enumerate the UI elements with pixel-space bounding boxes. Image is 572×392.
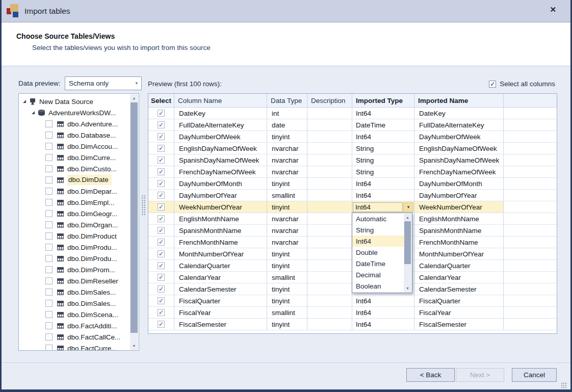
- splitter-handle[interactable]: [141, 195, 146, 216]
- tree-item-table[interactable]: ✓dbo.FactAdditi...: [19, 320, 139, 331]
- dropdown-option[interactable]: Int64: [352, 236, 404, 247]
- table-checkbox[interactable]: ✓: [45, 333, 53, 341]
- data-preview-combobox[interactable]: Schema only ▾: [65, 76, 142, 90]
- table-checkbox[interactable]: ✓: [45, 322, 53, 329]
- row-checkbox[interactable]: ✓: [158, 239, 165, 246]
- tree-item-label: New Data Source: [39, 98, 93, 106]
- tree-scrollbar-thumb[interactable]: [131, 102, 138, 333]
- row-checkbox[interactable]: ✓: [158, 297, 165, 304]
- dropdown-option[interactable]: String: [352, 224, 404, 236]
- dropdown-scrollbar[interactable]: ▲ ▼: [404, 214, 411, 292]
- row-checkbox[interactable]: ✓: [158, 168, 165, 175]
- tree-item-table[interactable]: ✓dbo.DimReseller: [19, 275, 139, 286]
- resize-grip[interactable]: [561, 382, 567, 388]
- table-checkbox[interactable]: ✓: [45, 255, 53, 262]
- expander-icon[interactable]: [32, 111, 35, 114]
- dropdown-scrollbar-thumb[interactable]: [404, 221, 411, 264]
- tree-item-table[interactable]: ✓dbo.DimDate: [19, 174, 139, 186]
- tree-item-table[interactable]: ✓dbo.DimSales...: [19, 286, 139, 298]
- tree-item-table[interactable]: ✓dbo.DimProm...: [19, 264, 139, 275]
- table-checkbox[interactable]: ✓: [45, 311, 53, 318]
- chevron-down-icon[interactable]: ▾: [135, 81, 138, 86]
- scroll-down-icon[interactable]: ▼: [130, 342, 138, 350]
- tree-item-table[interactable]: ✓dbo.Database...: [19, 129, 139, 141]
- select-all-columns-checkbox[interactable]: ✓ Select all columns: [489, 80, 555, 88]
- table-checkbox[interactable]: ✓: [45, 232, 53, 240]
- data-type-cell: tinyint: [267, 248, 307, 259]
- tree-item-data-source[interactable]: New Data Source: [19, 96, 139, 107]
- row-checkbox[interactable]: ✓: [158, 309, 165, 316]
- table-checkbox[interactable]: ✓: [45, 120, 53, 127]
- tree-item-table[interactable]: ✓dbo.DimProdu...: [19, 242, 139, 253]
- close-icon[interactable]: ✕: [550, 6, 556, 13]
- tree-item-table[interactable]: ✓dbo.FactCallCe...: [19, 331, 139, 343]
- tree-item-table[interactable]: ✓dbo.DimEmpl...: [19, 197, 139, 208]
- row-checkbox[interactable]: ✓: [158, 156, 165, 164]
- imported-name-cell: DayNumberOfWeek: [414, 131, 504, 142]
- imported-type-combobox[interactable]: Int64▾: [352, 201, 414, 213]
- row-checkbox[interactable]: ✓: [158, 121, 165, 128]
- table-checkbox[interactable]: ✓: [45, 143, 53, 150]
- data-type-cell: nvarchar: [267, 166, 307, 177]
- tree-item-table[interactable]: ✓dbo.DimSales...: [19, 298, 139, 309]
- row-checkbox[interactable]: ✓: [158, 285, 165, 293]
- tree-item-table[interactable]: ✓dbo.DimDepar...: [19, 186, 139, 197]
- row-checkbox[interactable]: ✓: [158, 215, 165, 222]
- table-checkbox[interactable]: ✓: [45, 154, 53, 161]
- dropdown-option[interactable]: Decimal: [352, 269, 404, 280]
- tree-item-table[interactable]: ✓dbo.FactCurre...: [19, 343, 139, 350]
- table-checkbox[interactable]: ✓: [45, 176, 53, 184]
- tree-item-table[interactable]: ✓dbo.DimGeogr...: [19, 208, 139, 219]
- table-checkbox[interactable]: ✓: [45, 199, 53, 206]
- table-checkbox[interactable]: ✓: [45, 210, 53, 217]
- row-checkbox[interactable]: ✓: [158, 321, 165, 328]
- table-checkbox[interactable]: ✓: [45, 300, 53, 307]
- tree-item-table[interactable]: ✓dbo.DimProduct: [19, 230, 139, 242]
- column-header: Select: [148, 94, 174, 107]
- row-checkbox[interactable]: ✓: [158, 180, 165, 187]
- tree-item-table[interactable]: ✓dbo.Adventure...: [19, 118, 139, 129]
- table-checkbox[interactable]: ✓: [45, 244, 53, 251]
- table-checkbox[interactable]: ✓: [45, 289, 53, 296]
- table-checkbox[interactable]: ✓: [45, 132, 53, 139]
- row-checkbox[interactable]: ✓: [158, 250, 165, 257]
- table-checkbox[interactable]: ✓: [45, 345, 53, 350]
- tree-item-table[interactable]: ✓dbo.DimCurre...: [19, 152, 139, 163]
- scroll-up-icon[interactable]: ▲: [130, 94, 138, 102]
- table-checkbox[interactable]: ✓: [45, 188, 53, 195]
- row-checkbox[interactable]: ✓: [158, 274, 165, 281]
- table-icon: [57, 267, 64, 273]
- tree-item-table[interactable]: ✓dbo.DimScena...: [19, 309, 139, 320]
- tree-scrollbar[interactable]: ▲ ▼: [130, 94, 138, 350]
- description-cell: [307, 143, 352, 154]
- table-checkbox[interactable]: ✓: [45, 266, 53, 273]
- table-checkbox[interactable]: ✓: [45, 221, 53, 228]
- table-checkbox[interactable]: ✓: [45, 277, 53, 284]
- tree-item-table[interactable]: ✓dbo.DimProdu...: [19, 253, 139, 264]
- row-checkbox[interactable]: ✓: [158, 203, 165, 211]
- row-checkbox[interactable]: ✓: [158, 262, 165, 269]
- scroll-down-icon[interactable]: ▼: [404, 284, 411, 292]
- dropdown-option[interactable]: Double: [352, 247, 404, 258]
- cancel-button[interactable]: Cancel: [512, 368, 557, 382]
- row-checkbox[interactable]: ✓: [158, 133, 165, 140]
- tree-item-database[interactable]: AdventureWorksDW...: [19, 107, 139, 118]
- scroll-up-icon[interactable]: ▲: [404, 214, 411, 221]
- select-cell: ✓: [148, 213, 174, 224]
- tree-item-table[interactable]: ✓dbo.DimCusto...: [19, 163, 139, 174]
- select-cell: ✓: [148, 307, 174, 318]
- row-checkbox[interactable]: ✓: [158, 192, 165, 199]
- row-checkbox[interactable]: ✓: [158, 110, 165, 117]
- row-checkbox[interactable]: ✓: [158, 227, 165, 234]
- dropdown-option[interactable]: DateTime: [352, 258, 404, 269]
- dropdown-option[interactable]: Automatic: [352, 213, 404, 224]
- combo-dropdown-button[interactable]: ▾: [403, 202, 413, 212]
- back-button[interactable]: < Back: [406, 368, 455, 382]
- expander-icon[interactable]: [23, 100, 26, 103]
- tree-item-table[interactable]: ✓dbo.DimOrgan...: [19, 219, 139, 230]
- grid-header-row: SelectColumn NameData TypeDescriptionImp…: [148, 94, 557, 108]
- tree-item-table[interactable]: ✓dbo.DimAccou...: [19, 141, 139, 152]
- table-checkbox[interactable]: ✓: [45, 165, 53, 172]
- dropdown-option[interactable]: Boolean: [352, 280, 404, 292]
- row-checkbox[interactable]: ✓: [158, 145, 165, 152]
